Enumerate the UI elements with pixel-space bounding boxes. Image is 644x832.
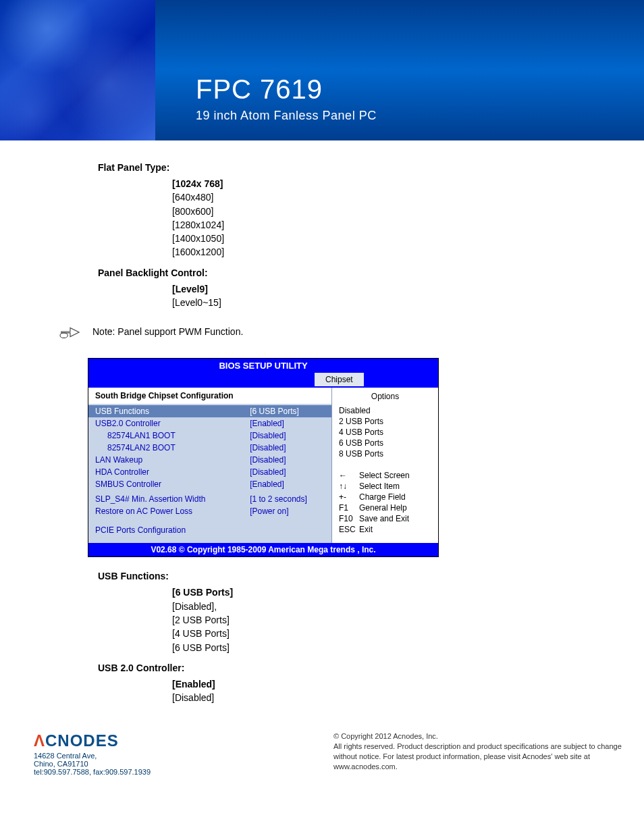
usb-functions-label: USB Functions:	[98, 571, 540, 581]
option-item: [1024x 768]	[172, 177, 540, 190]
bios-tab-row: Chipset	[88, 373, 438, 388]
note-text: Note: Panel support PWM Function.	[92, 326, 243, 337]
bios-subtitle: South Bridge Chipset Configuration	[88, 388, 331, 404]
bios-row: Restore on AC Power Loss[Power on]	[88, 505, 331, 517]
bios-pcie-link: PCIE Ports Configuration	[88, 523, 331, 536]
option-item: [Level0~15]	[172, 296, 540, 309]
bios-left-pane: South Bridge Chipset Configuration USB F…	[88, 388, 331, 543]
bios-screenshot: BIOS SETUP UTILITY Chipset South Bridge …	[88, 358, 439, 557]
bios-settings-list: USB Functions[6 USB Ports] USB2.0 Contro…	[88, 404, 331, 523]
option-item: [800x600]	[172, 205, 540, 218]
bios-title: BIOS SETUP UTILITY	[88, 359, 438, 373]
bios-option: 8 USB Ports	[338, 448, 433, 459]
svg-point-0	[60, 333, 68, 338]
bios-row: SLP_S4# Min. Assertion Width[1 to 2 seco…	[88, 493, 331, 505]
bios-row: SMBUS Controller[Enabled]	[88, 478, 331, 490]
banner-pcb-image	[0, 0, 155, 140]
bios-options-title: Options	[338, 390, 433, 405]
page-footer: ΛCNODES 14628 Central Ave, Chino, CA9171…	[0, 718, 644, 789]
usb-functions-options: [6 USB Ports] [Disabled], [2 USB Ports] …	[172, 586, 540, 654]
copyright-text: All rights reserved. Product description…	[333, 742, 624, 772]
option-item: [4 USB Ports]	[172, 627, 540, 640]
bios-right-pane: Options Disabled 2 USB Ports 4 USB Ports…	[331, 388, 438, 543]
footer-address-line: Chino, CA91710	[34, 760, 151, 768]
header-banner: FPC 7619 19 inch Atom Fanless Panel PC	[0, 0, 644, 140]
option-item: [6 USB Ports]	[172, 641, 540, 654]
option-item: [Level9]	[172, 282, 540, 296]
option-item: [2 USB Ports]	[172, 613, 540, 627]
usb-controller-options: [Enabled] [Disabled]	[172, 677, 540, 705]
option-item: [Disabled],	[172, 600, 540, 613]
option-item: [6 USB Ports]	[172, 586, 540, 599]
option-item: [1280x1024]	[172, 218, 540, 232]
option-item: [640x480]	[172, 190, 540, 204]
copyright-line: © Copyright 2012 Acnodes, Inc.	[333, 731, 624, 742]
content-area: Flat Panel Type: [1024x 768] [640x480] […	[0, 140, 540, 704]
backlight-options: [Level9] [Level0~15]	[172, 282, 540, 310]
banner-text: FPC 7619 19 inch Atom Fanless Panel PC	[155, 0, 644, 140]
bios-row: USB Functions[6 USB Ports]	[88, 405, 331, 417]
usb-controller-label: USB 2.0 Controller:	[98, 662, 540, 673]
footer-address-line: tel:909.597.7588, fax:909.597.1939	[34, 768, 151, 776]
acnodes-logo: ΛCNODES	[34, 731, 151, 750]
note-row: Note: Panel support PWM Function.	[57, 321, 540, 342]
footer-copyright: © Copyright 2012 Acnodes, Inc. All right…	[333, 731, 624, 776]
pointing-hand-icon	[57, 321, 83, 342]
bios-row: LAN Wakeup[Disabled]	[88, 454, 331, 466]
option-item: [1600x1200]	[172, 245, 540, 259]
bios-option: Disabled	[338, 405, 433, 416]
bios-option: 6 USB Ports	[338, 438, 433, 448]
bios-row: HDA Controller[Disabled]	[88, 466, 331, 478]
flat-panel-label: Flat Panel Type:	[98, 162, 540, 173]
footer-company: ΛCNODES 14628 Central Ave, Chino, CA9171…	[34, 731, 151, 776]
option-item: [1400x1050]	[172, 232, 540, 245]
option-item: [Enabled]	[172, 677, 540, 691]
bios-row: 82574LAN2 BOOT[Disabled]	[88, 442, 331, 454]
bios-option: 2 USB Ports	[338, 416, 433, 427]
product-subtitle: 19 inch Atom Fanless Panel PC	[196, 109, 644, 123]
product-title: FPC 7619	[196, 74, 644, 105]
option-item: [Disabled]	[172, 691, 540, 704]
backlight-label: Panel Backlight Control:	[98, 267, 540, 278]
bios-row: USB2.0 Controller[Enabled]	[88, 417, 331, 430]
bios-nav-help: ←Select Screen ↑↓Select Item +-Charge Fi…	[338, 470, 433, 535]
bios-footer: V02.68 © Copyright 1985-2009 American Me…	[88, 543, 438, 556]
logo-caret-icon: Λ	[34, 731, 45, 750]
flat-panel-options: [1024x 768] [640x480] [800x600] [1280x10…	[172, 177, 540, 259]
bios-row: 82574LAN1 BOOT[Disabled]	[88, 430, 331, 442]
bios-tab-chipset: Chipset	[315, 373, 364, 386]
bios-option: 4 USB Ports	[338, 427, 433, 438]
footer-address-line: 14628 Central Ave,	[34, 752, 151, 760]
